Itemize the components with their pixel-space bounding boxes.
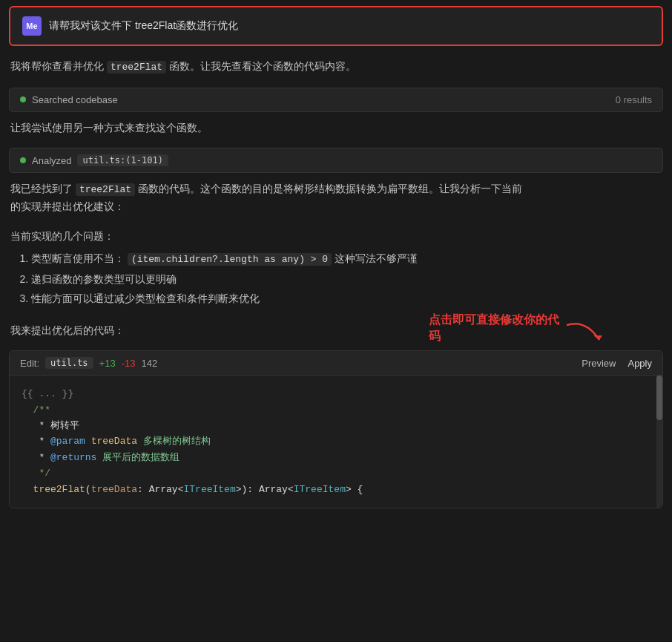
scrollbar-track[interactable] xyxy=(656,376,662,508)
ai-response-2: 让我尝试使用另一种方式来查找这个函数。 xyxy=(0,117,672,143)
avatar: Me xyxy=(22,16,42,36)
issues-title: 当前实现的几个问题： xyxy=(10,228,662,246)
issues-list: 类型断言使用不当： (item.children?.length as any)… xyxy=(31,250,662,307)
analyze-status-bar: Analyzed util.ts:(1-101) xyxy=(9,148,663,173)
ai-text-3-line2: 的实现并提出优化建议： xyxy=(10,200,125,212)
edit-block: Edit: util.ts +13 -13 142 Preview Apply … xyxy=(9,350,663,508)
issue-item-3: 性能方面可以通过减少类型检查和条件判断来优化 xyxy=(31,290,662,307)
search-status-label: Searched codebase xyxy=(32,94,118,105)
edit-header-left: Edit: util.ts +13 -13 142 xyxy=(20,357,157,369)
issue-1-code: (item.children?.length as any) > 0 xyxy=(128,253,332,266)
ai-text-post: 函数。让我先查看这个函数的代码内容。 xyxy=(166,60,356,72)
annotation-bubble: 点击即可直接修改你的代 码 xyxy=(429,312,559,345)
main-container: Me 请帮我对该文件下 tree2Flat函数进行优化 我将帮你查看并优化 tr… xyxy=(0,6,672,508)
issue-1-pre: 类型断言使用不当： xyxy=(31,252,125,264)
green-dot-search xyxy=(20,96,26,102)
annotation-container: 点击即可直接修改你的代 码 xyxy=(429,312,604,352)
scrollbar-thumb[interactable] xyxy=(656,376,662,420)
ai-text-pre: 我将帮你查看并优化 xyxy=(10,60,107,72)
edit-header-right[interactable]: Preview Apply xyxy=(582,358,652,369)
ai-response-3: 我已经找到了 tree2Flat 函数的代码。这个函数的目的是将树形结构数据转换… xyxy=(0,177,672,222)
code-line-1: {{ ... }} xyxy=(22,386,650,402)
code-line-5: * @returns 展平后的数据数组 xyxy=(22,450,650,465)
code-line-7: tree2Flat(treeData: Array<ITreeItem>): A… xyxy=(22,482,650,497)
user-message-block: Me 请帮我对该文件下 tree2Flat函数进行优化 xyxy=(9,6,663,46)
ai-text-3-pre: 我已经找到了 xyxy=(10,183,76,194)
ai-text-3-line1end: 函数的代码。这个函数的目的是将树形结构数据转换为扁平数组。让我分析一下当前 xyxy=(135,183,522,194)
diff-added: +13 xyxy=(99,358,116,369)
annotation-arrow-icon xyxy=(564,319,604,352)
search-status-left: Searched codebase xyxy=(20,94,118,105)
issue-3-text: 性能方面可以通过减少类型检查和条件判断来优化 xyxy=(31,292,260,304)
search-status-bar: Searched codebase 0 results xyxy=(9,88,663,112)
code-line-6: */ xyxy=(22,465,650,481)
analyze-status-left: Analyzed util.ts:(1-101) xyxy=(20,154,168,166)
green-dot-analyze xyxy=(20,157,26,163)
inline-code-tree2flat-1: tree2Flat xyxy=(107,61,166,73)
edit-label: Edit: xyxy=(20,358,39,369)
code-line-4: * @param treeData 多棵树的树结构 xyxy=(22,433,650,449)
diff-removed: -13 xyxy=(122,358,136,369)
edit-header: Edit: util.ts +13 -13 142 Preview Apply xyxy=(10,351,662,376)
issues-section: 当前实现的几个问题： 类型断言使用不当： (item.children?.len… xyxy=(0,222,672,318)
ai-response-1: 我将帮你查看并优化 tree2Flat 函数。让我先查看这个函数的代码内容。 xyxy=(0,55,672,83)
analyze-tag: util.ts:(1-101) xyxy=(77,154,168,166)
inline-code-tree2flat-2: tree2Flat xyxy=(76,183,135,196)
user-message-text: 请帮我对该文件下 tree2Flat函数进行优化 xyxy=(49,19,238,33)
code-area: {{ ... }} /** * 树转平 * @param treeData 多棵… xyxy=(10,376,662,508)
diff-neutral: 142 xyxy=(141,358,157,369)
apply-button[interactable]: Apply xyxy=(627,358,652,369)
preview-button[interactable]: Preview xyxy=(582,358,616,369)
issue-2-text: 递归函数的参数类型可以更明确 xyxy=(31,273,177,285)
code-line-3: * 树转平 xyxy=(22,418,650,433)
code-line-2: /** xyxy=(22,402,650,418)
search-status-right: 0 results xyxy=(616,94,652,105)
issue-item-2: 递归函数的参数类型可以更明确 xyxy=(31,271,662,287)
file-tag: util.ts xyxy=(45,357,93,369)
issue-1-post: 这种写法不够严谨 xyxy=(335,252,418,264)
issue-item-1: 类型断言使用不当： (item.children?.length as any)… xyxy=(31,250,662,268)
ai-response-4-area: 我来提出优化后的代码： 点击即可直接修改你的代 码 xyxy=(9,319,663,346)
analyze-status-label: Analyzed xyxy=(32,155,71,166)
